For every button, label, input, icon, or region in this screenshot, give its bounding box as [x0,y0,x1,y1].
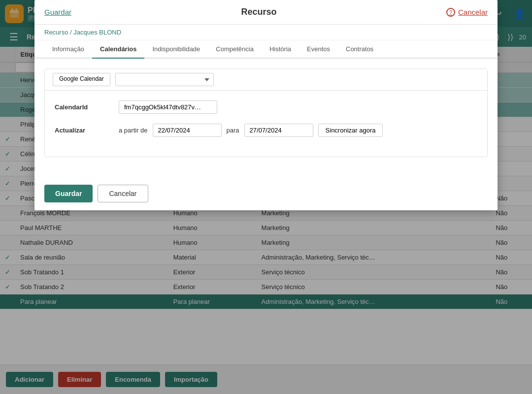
modal-save-top-button[interactable]: Guardar [44,8,71,16]
para-label: para [227,127,239,134]
a-partir-de-label: a partir de [119,127,148,134]
modal-overlay: Guardar Recurso ? Cancelar Recurso / Jac… [0,0,532,394]
actualizar-label: Actualizar [55,127,114,134]
calendar-id-input[interactable] [119,100,217,114]
calendar-id-label: CalendarId [55,103,114,111]
calendar-id-row: CalendarId [55,100,477,114]
tab-inner-content: CalendarId Actualizar a partir de para S… [45,91,487,157]
date-to-input[interactable] [244,124,313,137]
tab-informacao[interactable]: Informação [44,40,92,59]
tab-content-box: Google Calendar CalendarId Actualizar a … [44,68,488,157]
modal-title: Recurso [71,7,446,17]
calendar-dropdown[interactable] [115,73,214,86]
modal-topbar: Guardar Recurso ? Cancelar [34,0,498,25]
sincronizar-button[interactable]: Sincronizar agora [318,124,383,137]
tab-indisponibilidade[interactable]: Indisponibilidade [144,40,208,59]
tab-historia[interactable]: História [262,40,299,59]
modal-footer-cancel-button[interactable]: Cancelar [98,185,148,202]
modal: Guardar Recurso ? Cancelar Recurso / Jac… [34,0,498,210]
help-circle-icon: ? [446,8,455,17]
google-calendar-tab[interactable]: Google Calendar [53,73,110,86]
modal-body: Google Calendar CalendarId Actualizar a … [34,59,498,177]
modal-breadcrumb: Recurso / Jacques BLOND [34,25,498,40]
date-from-input[interactable] [153,124,222,137]
modal-footer: Guardar Cancelar [34,177,498,210]
modal-tabs: Informação Calendários Indisponibilidade… [34,40,498,59]
modal-footer-save-button[interactable]: Guardar [44,185,93,202]
modal-cancel-top[interactable]: ? Cancelar [446,8,488,17]
tab-eventos[interactable]: Eventos [299,40,338,59]
actualizar-row: Actualizar a partir de para Sincronizar … [55,124,477,137]
tab-calendarios[interactable]: Calendários [92,40,144,59]
tab-contratos[interactable]: Contratos [338,40,381,59]
tab-inner-header: Google Calendar [45,69,487,91]
tab-competencia[interactable]: Competência [208,40,262,59]
